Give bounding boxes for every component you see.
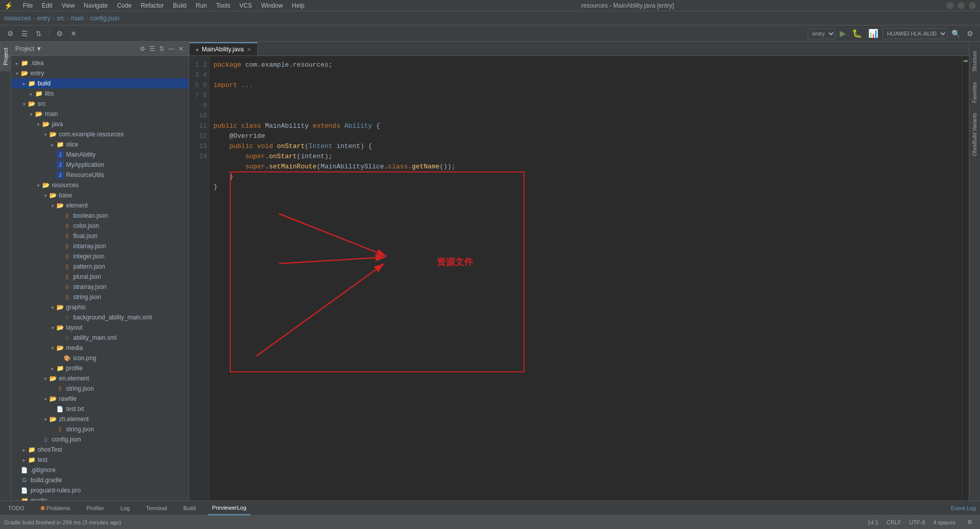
indent[interactable]: 4 spaces xyxy=(933,519,956,525)
tree-item[interactable]: ▾📂graphic xyxy=(11,302,189,312)
tree-item[interactable]: JMyApplication xyxy=(11,160,189,170)
tree-item[interactable]: {}string.json xyxy=(11,424,189,434)
maximize-button[interactable]: □ xyxy=(958,2,965,9)
tree-item[interactable]: ⟨⟩ability_main.xml xyxy=(11,333,189,343)
tree-item[interactable]: {}strarray.json xyxy=(11,282,189,292)
panel-close[interactable]: ✕ xyxy=(177,44,185,53)
tree-item[interactable]: ▾📂layout xyxy=(11,322,189,333)
settings-button[interactable]: ⚙ xyxy=(4,27,16,40)
tree-item[interactable]: {}float.json xyxy=(11,231,189,241)
search-everywhere-button[interactable]: 🔍 xyxy=(950,27,962,40)
tab-todo[interactable]: TODO xyxy=(4,501,28,515)
tree-item[interactable]: ▾📂com.example.resources xyxy=(11,129,189,139)
tree-item[interactable]: ▸📁slice xyxy=(11,139,189,150)
panel-collapse[interactable]: ⇅ xyxy=(158,44,165,53)
breadcrumb-entry[interactable]: entry xyxy=(37,15,51,22)
panel-layout[interactable]: ☰ xyxy=(148,44,156,53)
tree-item[interactable]: {}color.json xyxy=(11,221,189,231)
tab-profiler[interactable]: Profiler xyxy=(82,501,108,515)
tree-item[interactable]: 📄proguard-rules.pro xyxy=(11,485,189,495)
tree-item[interactable]: 📄test.txt xyxy=(11,404,189,414)
favorites-tab[interactable]: Favorites xyxy=(970,77,979,108)
tree-item[interactable]: 📄.gitignore xyxy=(11,465,189,475)
menu-code[interactable]: Code xyxy=(113,1,136,10)
tree-item[interactable]: ▸📁ohosTest xyxy=(11,445,189,455)
tree-item[interactable]: ▾📂resources xyxy=(11,180,189,190)
tree-item[interactable]: ⟨⟩background_ability_main.xml xyxy=(11,312,189,322)
menu-build[interactable]: Build xyxy=(169,1,191,10)
tree-item[interactable]: ▾📂rawfile xyxy=(11,394,189,404)
tree-item[interactable]: ▾📂entry xyxy=(11,68,189,78)
line-ending[interactable]: CRLF xyxy=(886,519,901,525)
panel-settings[interactable]: ⚙ xyxy=(139,44,146,53)
tree-item[interactable]: ▾📂media xyxy=(11,343,189,353)
profile-button[interactable]: 📊 xyxy=(866,27,880,39)
code-content[interactable]: package com.example.resources; import ..… xyxy=(209,56,962,501)
menu-vcs[interactable]: VCS xyxy=(235,1,256,10)
menu-tools[interactable]: Tools xyxy=(212,1,234,10)
tab-problems[interactable]: Problems xyxy=(37,501,74,515)
project-panel-tab[interactable]: Project xyxy=(0,42,11,71)
editor-tab-mainability[interactable]: ● MainAbility.java ✕ xyxy=(189,42,258,55)
align-button[interactable]: ☰ xyxy=(18,27,30,40)
run-config-select[interactable]: entry xyxy=(808,28,836,39)
event-log-link[interactable]: Event Log xyxy=(951,505,976,511)
tree-item[interactable]: {}integer.json xyxy=(11,251,189,261)
debug-button[interactable]: 🐛 xyxy=(850,27,864,39)
cursor-position[interactable]: 14:1 xyxy=(868,519,878,525)
menu-edit[interactable]: Edit xyxy=(38,1,56,10)
tree-item[interactable]: Gbuild.gradle xyxy=(11,475,189,485)
tree-item[interactable]: ▾📂base xyxy=(11,190,189,200)
breadcrumb-config[interactable]: config.json xyxy=(90,15,119,22)
tree-item[interactable]: ▸📁libs xyxy=(11,89,189,99)
run-button[interactable]: ▶ xyxy=(838,27,848,39)
file-tree[interactable]: ▸📁.idea▾📂entry▸📁build▸📁libs▾📂src▾📂main▾📂… xyxy=(11,56,189,501)
breadcrumb-resources[interactable]: resources xyxy=(4,15,31,22)
tab-build[interactable]: Build xyxy=(179,501,200,515)
tree-item[interactable]: ▾📂java xyxy=(11,119,189,129)
minimize-button[interactable]: ─ xyxy=(946,2,954,9)
tree-item[interactable]: JResourceUtils xyxy=(11,170,189,180)
tree-item[interactable]: ▸📁test xyxy=(11,455,189,465)
tree-item[interactable]: ▾📂main xyxy=(11,109,189,119)
tree-item[interactable]: {}boolean.json xyxy=(11,211,189,221)
encoding[interactable]: UTF-8 xyxy=(909,519,925,525)
tree-item[interactable]: ▸📁build xyxy=(11,78,189,89)
menu-view[interactable]: View xyxy=(57,1,79,10)
tree-item[interactable]: ▸📁.idea xyxy=(11,58,189,68)
panel-gear[interactable]: — xyxy=(167,44,175,53)
breadcrumb-main[interactable]: main xyxy=(71,15,84,22)
breadcrumb-src[interactable]: src xyxy=(56,15,65,22)
ohosbuild-tab[interactable]: OhosBuild Variants xyxy=(970,108,979,161)
tree-item[interactable]: {}pattern.json xyxy=(11,261,189,272)
tree-item[interactable]: ▾📂src xyxy=(11,99,189,109)
tree-item[interactable]: ▸📁gradle xyxy=(11,495,189,501)
status-settings[interactable]: ⚙ xyxy=(964,517,976,527)
tab-log[interactable]: Log xyxy=(116,501,134,515)
gear-button[interactable]: ⚙ xyxy=(53,27,66,40)
tree-item[interactable]: JMainAbility xyxy=(11,150,189,160)
structure-tab[interactable]: Structure xyxy=(970,46,979,77)
menu-window[interactable]: Window xyxy=(257,1,287,10)
tree-item[interactable]: ▸📁profile xyxy=(11,363,189,373)
tree-item[interactable]: {}string.json xyxy=(11,292,189,302)
tree-item[interactable]: {}config.json xyxy=(11,434,189,445)
tree-item[interactable]: ▾📂element xyxy=(11,200,189,211)
menu-help[interactable]: Help xyxy=(288,1,309,10)
close-button[interactable]: ✕ xyxy=(969,2,976,9)
tab-previewerlog[interactable]: PreviewerLog xyxy=(208,501,250,515)
tab-close-button[interactable]: ✕ xyxy=(247,47,251,52)
device-select[interactable]: HUAWEI HLK-AL00 xyxy=(882,28,947,39)
tree-item[interactable]: {}plural.json xyxy=(11,272,189,282)
close-panel-button[interactable]: ✕ xyxy=(68,27,80,40)
settings-gear-button[interactable]: ⚙ xyxy=(964,27,976,40)
tree-item[interactable]: {}intarray.json xyxy=(11,241,189,251)
menu-file[interactable]: File xyxy=(19,1,37,10)
sort-button[interactable]: ⇅ xyxy=(33,27,45,40)
tree-item[interactable]: ▾📂en.element xyxy=(11,373,189,384)
menu-refactor[interactable]: Refactor xyxy=(137,1,168,10)
tab-terminal[interactable]: Terminal xyxy=(142,501,171,515)
menu-navigate[interactable]: Navigate xyxy=(80,1,112,10)
code-editor[interactable]: 1 2 3 4 5 6 7 8 9 10 11 12 13 14 package… xyxy=(189,56,969,501)
tree-item[interactable]: 🎨icon.png xyxy=(11,353,189,363)
